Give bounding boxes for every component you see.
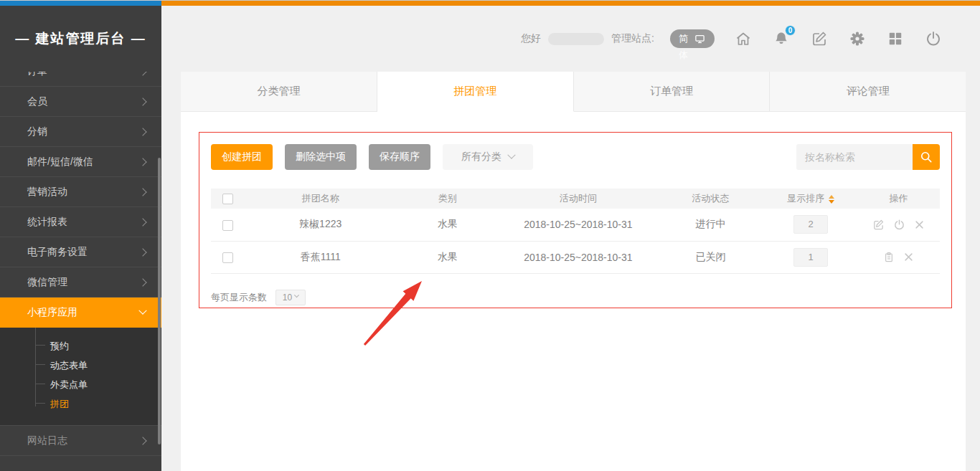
table-header-row: 拼团名称 类别 活动时间 活动状态 显示排序 操作 xyxy=(211,189,940,209)
table-row: 香蕉1111 水果 2018-10-25~2018-10-31 已关闭 1 xyxy=(211,241,940,273)
main-content-card: 分类管理 拼团管理 订单管理 评论管理 创建拼团 删除选中项 保存顺序 所有分类 xyxy=(181,72,966,471)
cell-category: 水果 xyxy=(395,209,499,241)
chevron-down-icon xyxy=(138,306,146,314)
submenu-item-takeout-order[interactable]: 外卖点单 xyxy=(0,375,161,394)
sort-order-input[interactable]: 1 xyxy=(793,248,828,267)
chevron-right-icon xyxy=(138,218,146,226)
chevron-right-icon xyxy=(138,248,146,256)
tab-groupbuy-manage[interactable]: 拼团管理 xyxy=(377,72,574,112)
per-page-label: 每页显示条数 xyxy=(211,291,267,304)
chevron-right-icon xyxy=(138,437,146,444)
apps-button[interactable] xyxy=(886,29,905,48)
compose-button[interactable] xyxy=(810,29,829,48)
chevron-down-icon xyxy=(507,151,515,159)
create-groupbuy-button[interactable]: 创建拼团 xyxy=(211,144,273,170)
app-logo: — 建站管理后台 — xyxy=(0,6,161,72)
chevron-right-icon xyxy=(138,72,146,76)
select-all-checkbox[interactable] xyxy=(222,194,233,204)
col-category: 类别 xyxy=(395,189,499,209)
highlighted-region: 创建拼团 删除选中项 保存顺序 所有分类 xyxy=(199,132,952,308)
sidebar-item-ecommerce-settings[interactable]: 电子商务设置 xyxy=(0,237,161,267)
notifications-button[interactable]: 0 xyxy=(772,29,791,48)
sidebar-item-miniprogram-apps[interactable]: 小程序应用 xyxy=(0,298,161,328)
cell-name: 香蕉1111 xyxy=(245,241,396,273)
row-checkbox[interactable] xyxy=(222,252,233,263)
col-ops: 操作 xyxy=(857,189,940,209)
top-color-bar xyxy=(0,0,980,6)
search-input[interactable] xyxy=(796,144,913,170)
logout-button[interactable] xyxy=(924,29,943,48)
sidebar-item-members[interactable]: 会员 xyxy=(0,87,161,117)
power-icon xyxy=(925,30,942,47)
tab-category-manage[interactable]: 分类管理 xyxy=(181,72,377,112)
edit-action[interactable] xyxy=(872,219,885,231)
row-checkbox[interactable] xyxy=(222,220,233,231)
per-page-select[interactable]: 10 xyxy=(275,290,306,305)
gear-icon xyxy=(849,30,866,47)
cell-time: 2018-10-25~2018-10-31 xyxy=(499,241,657,273)
chevron-right-icon xyxy=(138,97,146,105)
sidebar-item-mail-sms-wechat[interactable]: 邮件/短信/微信 xyxy=(0,147,161,177)
delete-action[interactable] xyxy=(903,252,914,262)
cell-time: 2018-10-25~2018-10-31 xyxy=(499,209,657,241)
cell-status: 已关闭 xyxy=(657,241,765,273)
close-icon xyxy=(914,219,925,230)
miniprogram-submenu: 预约 动态表单 外卖点单 拼团 xyxy=(0,328,161,426)
sidebar-scrollbar[interactable] xyxy=(158,158,161,444)
edit-icon xyxy=(872,219,885,231)
monitor-icon xyxy=(694,34,706,44)
submenu-item-booking[interactable]: 预约 xyxy=(0,336,161,356)
table-row: 辣椒1223 水果 2018-10-25~2018-10-31 进行中 2 xyxy=(211,209,940,241)
category-filter-dropdown[interactable]: 所有分类 xyxy=(443,144,533,170)
manage-site-label: 管理站点: xyxy=(611,32,654,45)
sidebar-item-site-logs[interactable]: 网站日志 xyxy=(0,426,161,456)
sidebar: — 建站管理后台 — 订单 会员 分销 邮件/短信/微信 营销活动 统计报表 电… xyxy=(0,6,161,471)
close-icon xyxy=(903,252,914,262)
sort-order-input[interactable]: 2 xyxy=(793,215,828,234)
language-site-switch[interactable]: 简 体 xyxy=(670,29,715,48)
sidebar-item-orders-clipped[interactable]: 订单 xyxy=(0,72,161,87)
cell-category: 水果 xyxy=(395,241,499,273)
tab-comment-manage[interactable]: 评论管理 xyxy=(770,72,966,112)
delete-action[interactable] xyxy=(914,219,925,230)
col-sort: 显示排序 xyxy=(764,189,857,209)
tab-order-manage[interactable]: 订单管理 xyxy=(574,72,771,112)
lang-wrap-text: 体 xyxy=(679,49,688,62)
sidebar-item-wechat-manage[interactable]: 微信管理 xyxy=(0,267,161,298)
sort-toggle-icon[interactable] xyxy=(829,195,834,204)
search-button[interactable] xyxy=(913,144,940,170)
home-icon xyxy=(735,30,752,47)
sidebar-item-reports[interactable]: 统计报表 xyxy=(0,207,161,237)
top-header: 您好 管理站点: 简 体 0 xyxy=(161,6,980,72)
username-redacted xyxy=(548,33,604,45)
chevron-right-icon xyxy=(138,128,146,135)
toolbar: 创建拼团 删除选中项 保存顺序 所有分类 xyxy=(211,144,940,170)
edit-icon xyxy=(811,30,828,47)
groupbuy-table: 拼团名称 类别 活动时间 活动状态 显示排序 操作 辣椒1223 水果 2018… xyxy=(211,189,940,274)
delete-selected-button[interactable]: 删除选中项 xyxy=(285,144,357,170)
chevron-right-icon xyxy=(138,158,146,166)
col-status: 活动状态 xyxy=(657,189,765,209)
sidebar-item-label: 订单 xyxy=(27,72,47,78)
greeting-group: 您好 管理站点: 简 体 xyxy=(521,29,715,48)
tab-bar: 分类管理 拼团管理 订单管理 评论管理 xyxy=(181,72,966,112)
lang-pill-text: 简 xyxy=(679,32,688,45)
home-button[interactable] xyxy=(734,29,753,48)
clipboard-icon xyxy=(883,252,895,263)
search-group xyxy=(796,144,940,170)
cell-name: 辣椒1223 xyxy=(245,209,396,241)
sidebar-item-marketing[interactable]: 营销活动 xyxy=(0,177,161,207)
submenu-item-group-buy[interactable]: 拼团 xyxy=(0,394,161,414)
toggle-action[interactable] xyxy=(893,219,905,231)
submenu-item-dynamic-forms[interactable]: 动态表单 xyxy=(0,356,161,375)
admin-page: — 建站管理后台 — 订单 会员 分销 邮件/短信/微信 营销活动 统计报表 电… xyxy=(0,0,980,471)
apps-grid-icon xyxy=(887,31,903,47)
copy-action[interactable] xyxy=(883,252,895,263)
sidebar-item-distribution[interactable]: 分销 xyxy=(0,117,161,147)
save-order-button[interactable]: 保存顺序 xyxy=(369,144,430,170)
search-icon xyxy=(919,150,933,164)
settings-button[interactable] xyxy=(848,29,867,48)
chevron-right-icon xyxy=(138,188,146,196)
per-page-row: 每页显示条数 10 xyxy=(211,290,940,305)
chevron-right-icon xyxy=(138,278,146,286)
